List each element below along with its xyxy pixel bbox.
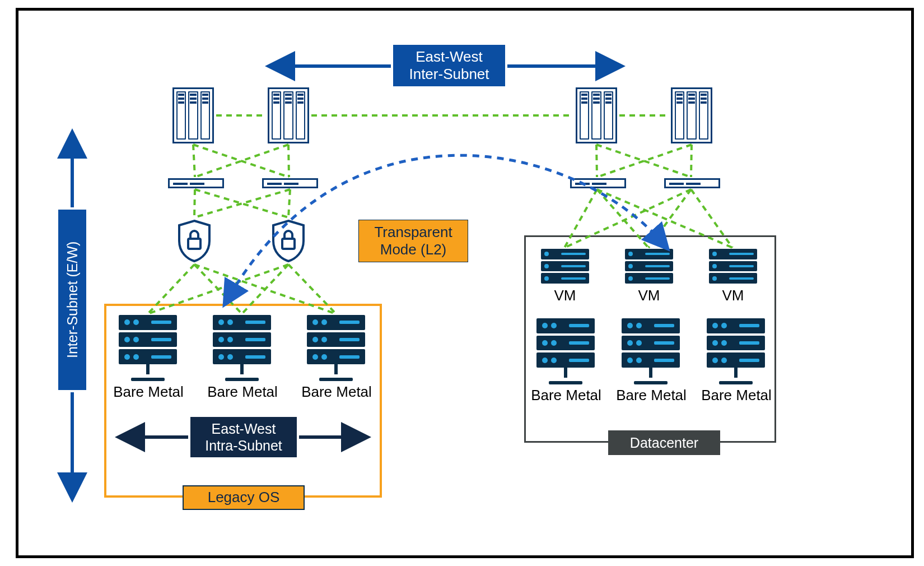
server-icon — [622, 318, 680, 384]
vm-icon — [625, 249, 673, 293]
transparent-mode-label: Transparent Mode (L2) — [358, 220, 468, 262]
spine-switch-icon — [268, 87, 309, 143]
vm-icon — [541, 249, 589, 293]
datacenter-label: Datacenter — [608, 430, 720, 455]
server-caption: Bare Metal — [299, 383, 374, 401]
spine-switch-icon — [576, 87, 617, 143]
leaf-switch-icon — [664, 178, 720, 188]
server-caption: Bare Metal — [614, 387, 689, 404]
vm-caption: VM — [541, 287, 589, 304]
firewall-shield-icon — [176, 219, 213, 263]
leaf-switch-icon — [570, 178, 626, 188]
vm-caption: VM — [709, 287, 757, 304]
server-caption: Bare Metal — [699, 387, 774, 404]
server-caption: Bare Metal — [111, 383, 186, 401]
spine-switch-icon — [671, 87, 712, 143]
inter-subnet-ew-label: Inter-Subnet (E/W) — [58, 210, 86, 390]
firewall-shield-icon — [270, 219, 307, 263]
server-caption: Bare Metal — [529, 387, 604, 404]
server-icon — [307, 315, 365, 381]
leaf-switch-icon — [262, 178, 318, 188]
server-icon — [213, 315, 271, 381]
server-icon — [119, 315, 177, 381]
east-west-intra-subnet-label: East-West Intra-Subnet — [190, 417, 297, 457]
spine-switch-icon — [172, 87, 214, 143]
server-icon — [707, 318, 765, 384]
vm-icon — [709, 249, 757, 293]
server-icon — [536, 318, 595, 384]
vm-caption: VM — [625, 287, 673, 304]
server-caption: Bare Metal — [205, 383, 280, 401]
legacy-os-label: Legacy OS — [183, 485, 305, 510]
east-west-inter-subnet-label: East-West Inter-Subnet — [393, 45, 505, 86]
leaf-switch-icon — [168, 178, 224, 188]
